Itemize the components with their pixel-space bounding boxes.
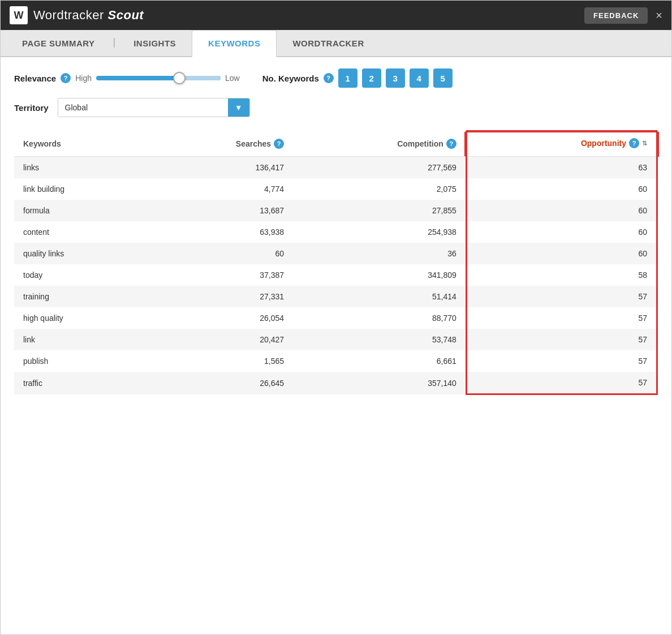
num-button-1[interactable]: 1 <box>338 68 357 88</box>
sort-icon[interactable]: ⇅ <box>642 140 647 147</box>
logo-box: W <box>10 6 28 24</box>
competition-cell: 53,748 <box>293 329 466 350</box>
competition-cell: 51,414 <box>293 286 466 307</box>
opportunity-cell: 57 <box>466 329 657 350</box>
keywords-group: No. Keywords ? 1 2 3 4 5 <box>262 68 453 88</box>
num-button-5[interactable]: 5 <box>433 68 453 88</box>
table-row: quality links 60 36 60 <box>14 243 657 264</box>
keyword-cell: high quality <box>14 307 146 329</box>
keyword-cell: links <box>14 157 146 179</box>
opportunity-cell: 58 <box>466 264 657 286</box>
searches-help-icon[interactable]: ? <box>274 139 284 149</box>
tab-separator: | <box>111 36 118 56</box>
keyword-cell: traffic <box>14 372 146 394</box>
keyword-cell: training <box>14 286 146 307</box>
num-button-3[interactable]: 3 <box>386 68 405 88</box>
competition-cell: 88,770 <box>293 307 466 329</box>
opportunity-cell: 60 <box>466 243 657 264</box>
table-body: links 136,417 277,569 63 link building 4… <box>14 157 657 394</box>
opportunity-cell: 57 <box>466 350 657 372</box>
tab-insights[interactable]: INSIGHTS <box>118 31 192 57</box>
opportunity-help-icon[interactable]: ? <box>629 138 639 148</box>
no-keywords-help-icon[interactable]: ? <box>324 73 334 83</box>
col-header-opportunity: Opportunity ? ⇅ <box>466 132 657 157</box>
searches-cell: 4,774 <box>146 178 293 200</box>
searches-cell: 60 <box>146 243 293 264</box>
keyword-cell: content <box>14 221 146 243</box>
main-content: Relevance ? High Low No. Keywords ? 1 2 … <box>1 57 671 634</box>
slider-track-right <box>183 76 221 80</box>
app-title-italic: Scout <box>108 8 144 22</box>
opportunity-cell: 57 <box>466 286 657 307</box>
competition-cell: 277,569 <box>293 157 466 179</box>
opportunity-cell: 57 <box>466 372 657 394</box>
table-wrapper: Keywords Searches ? Competition ? <box>14 131 658 395</box>
competition-cell: 2,075 <box>293 178 466 200</box>
competition-cell: 27,855 <box>293 200 466 221</box>
col-header-competition: Competition ? <box>293 132 466 157</box>
searches-cell: 20,427 <box>146 329 293 350</box>
relevance-slider[interactable] <box>96 71 221 85</box>
tab-keywords[interactable]: KEYWORDS <box>192 30 277 57</box>
app-title-normal: Wordtracker <box>33 8 104 22</box>
searches-cell: 26,054 <box>146 307 293 329</box>
close-button[interactable]: × <box>656 10 662 21</box>
controls-row: Relevance ? High Low No. Keywords ? 1 2 … <box>14 68 658 88</box>
opportunity-cell: 63 <box>466 157 657 179</box>
table-row: today 37,387 341,809 58 <box>14 264 657 286</box>
tab-wordtracker[interactable]: WORDTRACKER <box>277 31 380 57</box>
table-row: training 27,331 51,414 57 <box>14 286 657 307</box>
table-row: high quality 26,054 88,770 57 <box>14 307 657 329</box>
table-row: content 63,938 254,938 60 <box>14 221 657 243</box>
competition-cell: 357,140 <box>293 372 466 394</box>
searches-cell: 26,645 <box>146 372 293 394</box>
competition-cell: 254,938 <box>293 221 466 243</box>
competition-cell: 36 <box>293 243 466 264</box>
relevance-group: Relevance ? High Low <box>14 71 240 85</box>
opportunity-cell: 57 <box>466 307 657 329</box>
keyword-cell: today <box>14 264 146 286</box>
table-row: traffic 26,645 357,140 57 <box>14 372 657 394</box>
territory-select[interactable]: ▼ <box>58 98 250 117</box>
keyword-cell: quality links <box>14 243 146 264</box>
num-button-4[interactable]: 4 <box>410 68 429 88</box>
territory-arrow-icon[interactable]: ▼ <box>228 98 249 117</box>
table-row: publish 1,565 6,661 57 <box>14 350 657 372</box>
searches-cell: 63,938 <box>146 221 293 243</box>
opportunity-cell: 60 <box>466 221 657 243</box>
relevance-label: Relevance <box>14 74 56 83</box>
keyword-cell: formula <box>14 200 146 221</box>
col-header-searches: Searches ? <box>146 132 293 157</box>
territory-input[interactable] <box>58 98 228 117</box>
feedback-button[interactable]: FEEDBACK <box>584 7 648 24</box>
searches-cell: 13,687 <box>146 200 293 221</box>
col-header-keywords: Keywords <box>14 132 146 157</box>
table-row: link building 4,774 2,075 60 <box>14 178 657 200</box>
table-header-row: Keywords Searches ? Competition ? <box>14 132 657 157</box>
header-left: W Wordtracker Scout <box>10 6 144 24</box>
competition-help-icon[interactable]: ? <box>446 139 456 149</box>
keyword-cell: publish <box>14 350 146 372</box>
slider-thumb[interactable] <box>173 72 186 84</box>
competition-cell: 341,809 <box>293 264 466 286</box>
header-right: FEEDBACK × <box>584 7 662 24</box>
searches-cell: 27,331 <box>146 286 293 307</box>
no-keywords-label: No. Keywords <box>262 74 319 83</box>
tab-page-summary[interactable]: PAGE SUMMARY <box>6 31 111 57</box>
keyword-cell: link <box>14 329 146 350</box>
searches-cell: 37,387 <box>146 264 293 286</box>
keyword-cell: link building <box>14 178 146 200</box>
app-title: Wordtracker Scout <box>33 8 144 23</box>
searches-cell: 136,417 <box>146 157 293 179</box>
slider-track <box>96 76 221 80</box>
competition-cell: 6,661 <box>293 350 466 372</box>
opportunity-cell: 60 <box>466 178 657 200</box>
table-row: links 136,417 277,569 63 <box>14 157 657 179</box>
relevance-help-icon[interactable]: ? <box>61 73 71 83</box>
territory-row: Territory ▼ <box>14 98 658 117</box>
keywords-table: Keywords Searches ? Competition ? <box>14 131 658 395</box>
header: W Wordtracker Scout FEEDBACK × <box>1 1 671 30</box>
territory-label: Territory <box>14 103 49 113</box>
num-button-2[interactable]: 2 <box>362 68 381 88</box>
searches-cell: 1,565 <box>146 350 293 372</box>
